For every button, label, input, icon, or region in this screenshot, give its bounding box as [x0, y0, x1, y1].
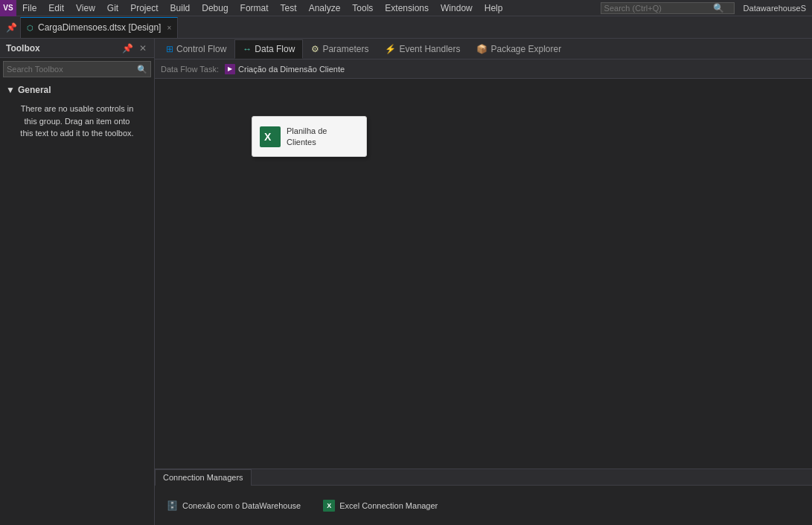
toolbox-header: Toolbox 📌 ✕ — [0, 39, 154, 58]
toolbox-pin-icon[interactable]: 📌 — [121, 43, 135, 54]
toolbox-empty-line1: There are no usable controls in — [21, 104, 134, 113]
toolbox-icons: 📌 ✕ — [121, 43, 148, 54]
cm-excel-icon: X — [323, 500, 335, 512]
toolbox-close-icon[interactable]: ✕ — [138, 43, 148, 54]
event-handlers-icon: ⚡ — [385, 44, 396, 54]
cm-excel-label: Excel Connection Manager — [339, 501, 438, 510]
tab-event-handlers[interactable]: ⚡ Event Handlers — [377, 39, 468, 59]
cm-item-excel[interactable]: X Excel Connection Manager — [319, 497, 441, 514]
menu-test[interactable]: Test — [275, 0, 303, 16]
toolbox-empty-message: There are no usable controls in this gro… — [6, 97, 148, 146]
toolbox-group-chevron-icon: ▼ — [6, 85, 15, 95]
user-area: DatawarehouseS — [738, 4, 812, 13]
tab-data-flow[interactable]: ↔ Data Flow — [234, 39, 303, 59]
vs-logo: VS — [0, 0, 16, 16]
toolbox-title: Toolbox — [6, 43, 121, 54]
toolbox-search-container: 🔍 — [3, 61, 151, 77]
menu-tools[interactable]: Tools — [346, 0, 379, 16]
titlebar: 📌 ⬡ CargaDimensoes.dtsx [Design] × — [0, 16, 812, 39]
menu-help[interactable]: Help — [479, 0, 509, 16]
control-flow-icon: ⊞ — [166, 44, 173, 54]
connection-managers-panel: Connection Managers 🗄️ Conexão com o Dat… — [155, 468, 812, 525]
parameters-icon: ⚙ — [311, 44, 319, 54]
main-layout: Toolbox 📌 ✕ 🔍 ▼ General There are no usa… — [0, 39, 812, 525]
doc-tab[interactable]: ⬡ CargaDimensoes.dtsx [Design] × — [20, 17, 178, 38]
tab-control-flow-label: Control Flow — [176, 44, 226, 54]
cm-header: Connection Managers — [155, 469, 812, 486]
data-flow-icon: ↔ — [243, 44, 252, 54]
toolbox-group-header[interactable]: ▼ General — [6, 83, 148, 97]
toolbox-empty-line3: this text to add it to the toolbox. — [20, 129, 133, 138]
pin-icon[interactable]: 📌 — [3, 22, 20, 33]
task-type-icon: ▶ — [225, 64, 235, 74]
menu-git[interactable]: Git — [101, 0, 124, 16]
cm-tab[interactable]: Connection Managers — [155, 469, 252, 486]
menu-debug[interactable]: Debug — [196, 0, 234, 16]
tab-package-explorer[interactable]: 📦 Package Explorer — [468, 39, 569, 59]
excel-source-component[interactable]: X Planilha de Clientes — [252, 116, 367, 157]
tab-data-flow-label: Data Flow — [255, 44, 295, 54]
doc-tab-label: CargaDimensoes.dtsx [Design] — [38, 22, 161, 33]
menubar-search-input[interactable] — [601, 4, 713, 13]
dtsx-tab-icon: ⬡ — [27, 24, 33, 32]
menubar: VS File Edit View Git Project Build Debu… — [0, 0, 812, 16]
toolbox-panel: Toolbox 📌 ✕ 🔍 ▼ General There are no usa… — [0, 39, 155, 525]
menu-build[interactable]: Build — [164, 0, 196, 16]
menu-format[interactable]: Format — [234, 0, 275, 16]
designer-canvas[interactable]: X Planilha de Clientes — [155, 79, 812, 468]
toolbox-empty-line2: this group. Drag an item onto — [25, 117, 130, 126]
menu-view[interactable]: View — [70, 0, 101, 16]
excel-source-icon: X — [260, 126, 281, 147]
task-value: ▶ Criação da Dimensão Cliente — [225, 64, 345, 74]
toolbox-general-group: ▼ General There are no usable controls i… — [0, 80, 154, 149]
menubar-search-container: 🔍 — [601, 2, 735, 14]
excel-source-label: Planilha de Clientes — [287, 126, 359, 147]
tab-parameters-label: Parameters — [322, 44, 368, 54]
menu-window[interactable]: Window — [435, 0, 479, 16]
toolbox-search-icon[interactable]: 🔍 — [134, 65, 150, 74]
task-label: Data Flow Task: — [161, 65, 219, 74]
menu-project[interactable]: Project — [124, 0, 164, 16]
tab-package-explorer-label: Package Explorer — [490, 44, 561, 54]
tab-parameters[interactable]: ⚙ Parameters — [303, 39, 377, 59]
package-explorer-icon: 📦 — [476, 44, 487, 54]
menu-items: File Edit View Git Project Build Debug F… — [16, 0, 508, 16]
menu-edit[interactable]: Edit — [42, 0, 70, 16]
menu-extensions[interactable]: Extensions — [379, 0, 435, 16]
doc-tab-close[interactable]: × — [167, 24, 171, 32]
dataflow-task-bar: Data Flow Task: ▶ Criação da Dimensão Cl… — [155, 59, 812, 79]
tab-control-flow[interactable]: ⊞ Control Flow — [158, 39, 234, 59]
designer-tabs: ⊞ Control Flow ↔ Data Flow ⚙ Parameters … — [155, 39, 812, 59]
toolbox-search-input[interactable] — [4, 65, 134, 74]
cm-items: 🗄️ Conexão com o DataWarehouse X Excel C… — [155, 486, 812, 525]
cm-db-icon: 🗄️ — [166, 500, 178, 512]
task-name: Criação da Dimensão Cliente — [238, 65, 345, 74]
tab-event-handlers-label: Event Handlers — [399, 44, 460, 54]
cm-item-sql[interactable]: 🗄️ Conexão com o DataWarehouse — [162, 497, 304, 514]
designer-area: ⊞ Control Flow ↔ Data Flow ⚙ Parameters … — [155, 39, 812, 525]
menu-file[interactable]: File — [16, 0, 42, 16]
svg-text:X: X — [264, 131, 272, 143]
cm-sql-label: Conexão com o DataWarehouse — [182, 501, 301, 510]
toolbox-group-label: General — [18, 85, 51, 95]
menubar-search-icon: 🔍 — [713, 3, 724, 13]
menu-analyze[interactable]: Analyze — [303, 0, 347, 16]
